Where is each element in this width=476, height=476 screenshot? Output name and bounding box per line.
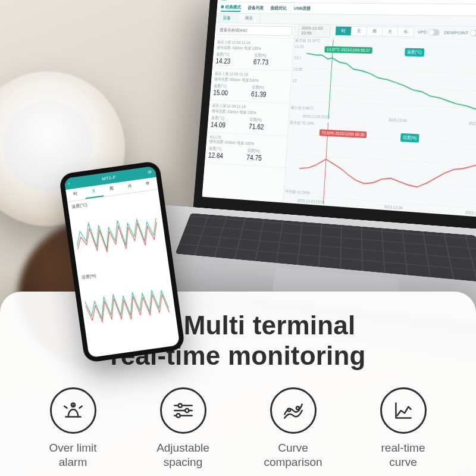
- feature-caption: real-time curve: [381, 441, 425, 469]
- hum-value: 74.75: [246, 154, 283, 164]
- series-badge: 温度(°C): [405, 48, 424, 57]
- switch-icon: [470, 30, 476, 36]
- ytick: 13.15: [295, 45, 304, 49]
- subtab-gateway[interactable]: 网关: [238, 14, 261, 23]
- period-option[interactable]: 月: [383, 27, 399, 37]
- temperature-chart[interactable]: 最大值 13.19°C 13.15 13.1 13.05 13 最小值 9.86…: [289, 36, 476, 127]
- temp-value: 14.09: [211, 121, 246, 130]
- humidity-chart[interactable]: 最大值 72.14% 平均值 61.04%: [283, 118, 476, 217]
- product-scene: ‹ MT1-F ⟳ 时 天 周 月 年 温度(°C) 湿度(%): [0, 0, 476, 476]
- phone-screen: ‹ MT1-F ⟳ 时 天 周 月 年 温度(°C) 湿度(%): [64, 166, 180, 358]
- chart-tooltip: 13.07°C 2023/12/04 00:37: [324, 46, 372, 54]
- marketing-overlay: WIFI Multi terminal real-time monitoring…: [0, 292, 476, 476]
- compare-icon: [270, 387, 317, 434]
- feature-caption: Curve comparison: [264, 441, 322, 469]
- sidebar-search: [215, 23, 295, 39]
- device-sidebar: 最后上报:12-04 11:18信号强度:-58dbm 电量:100%温度(°C…: [202, 23, 295, 203]
- period-option[interactable]: 年: [398, 27, 415, 37]
- menu-usb[interactable]: USB连接: [293, 5, 311, 12]
- laptop-bezel: 云里物里 经典模式 设备列表 曲线对比 USB连接 设备 网关: [193, 0, 476, 233]
- chart-line-icon: [380, 387, 427, 434]
- svg-point-13: [185, 409, 189, 412]
- period-selector[interactable]: 时 天 周 月 年: [336, 26, 415, 37]
- feature-compare: Curve comparison: [238, 387, 348, 469]
- svg-line-7: [299, 176, 476, 187]
- device-card[interactable]: 最后上报:12-04 11:18信号强度:-58dbm 电量:100%温度(°C…: [212, 37, 294, 71]
- feature-alarm: Over limit alarm: [18, 387, 128, 469]
- dewpoint-toggle[interactable]: DEWPOINT: [444, 29, 476, 36]
- menu-compare[interactable]: 曲线对比: [270, 5, 287, 11]
- feature-spacing: Adjustable spacing: [128, 387, 238, 469]
- temp-value: 12.84: [208, 151, 243, 161]
- feature-realtime: real-time curve: [348, 387, 458, 469]
- svg-point-11: [178, 404, 181, 408]
- phone-hum-chart: 湿度(%): [77, 260, 178, 343]
- ytick: 13: [292, 79, 296, 83]
- hum-value: 71.62: [249, 123, 285, 132]
- device-card[interactable]: 4G LTE信号强度:-63dbm 电量:100%温度(°C)12.84湿度(%…: [205, 132, 287, 168]
- ytick: 13.05: [293, 67, 303, 71]
- chart-avg-label: 平均值 61.04%: [285, 189, 310, 196]
- dashboard-app: 云里物里 经典模式 设备列表 曲线对比 USB连接 设备 网关: [202, 0, 476, 218]
- period-option[interactable]: 周: [367, 26, 383, 36]
- device-card[interactable]: 最后上报:12-04 11:18信号强度:-63dbm 电量:100%温度(°C…: [207, 101, 289, 137]
- svg-point-17: [296, 406, 299, 409]
- temp-value: 15.00: [213, 89, 249, 98]
- hum-value: 67.73: [253, 58, 289, 67]
- workspace: 最后上报:12-04 11:18信号强度:-58dbm 电量:100%温度(°C…: [202, 23, 476, 218]
- sliders-icon: [160, 387, 206, 434]
- charts: 最大值 13.19°C 13.15 13.1 13.05 13 最小值 9.86…: [283, 36, 476, 217]
- vpd-toggle[interactable]: VPD: [418, 29, 440, 36]
- ytick: 13.1: [294, 56, 301, 60]
- feature-row: Over limit alarm Adjustable spacing Curv…: [18, 387, 458, 469]
- feature-caption: Over limit alarm: [49, 441, 96, 469]
- dot-icon: [221, 5, 224, 9]
- feature-caption: Adjustable spacing: [156, 441, 209, 469]
- svg-point-15: [176, 414, 180, 417]
- alarm-icon: [50, 387, 96, 434]
- hum-value: 61.39: [251, 90, 287, 99]
- chart-max-label: 最大值 13.19°C: [295, 37, 320, 43]
- menu-mode[interactable]: 经典模式: [221, 4, 242, 11]
- chart-max-label: 最大值 72.14%: [290, 120, 315, 127]
- main-panel: 2023-12-03 23:55 时 天 周 月 年 VPD DEWPOINT: [283, 24, 476, 218]
- switch-icon: [428, 29, 440, 36]
- device-signal: 信号强度:-58dbm 电量:100%: [217, 45, 290, 52]
- series-badge: 湿度(%): [400, 133, 419, 143]
- timestamp-field[interactable]: 2023-12-03 23:55: [298, 23, 331, 37]
- search-input[interactable]: [217, 25, 292, 36]
- period-option[interactable]: 天: [352, 26, 368, 36]
- chart-min-label: 最小值 9.86°C: [290, 105, 314, 111]
- phone-title: MT1-F: [102, 174, 117, 181]
- svg-line-6: [300, 155, 476, 165]
- phone-temp-chart: 温度(°C): [67, 189, 168, 273]
- subtab-device[interactable]: 设备: [216, 13, 239, 23]
- menu-devices[interactable]: 设备列表: [248, 5, 264, 11]
- period-option[interactable]: 时: [336, 26, 352, 36]
- temp-value: 14.23: [215, 57, 250, 66]
- svg-point-16: [287, 409, 290, 412]
- device-card[interactable]: 最后上报:12-04 11:18信号强度:-60dbm 电量:100%温度(°C…: [209, 68, 292, 104]
